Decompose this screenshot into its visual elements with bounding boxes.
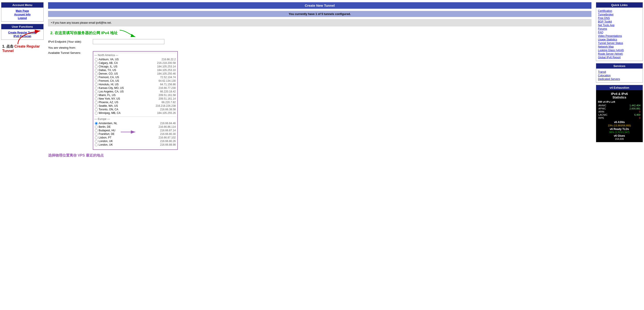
quick-links-body: CertificationTunnelbrokerFree DNSBGP Too… (596, 7, 643, 61)
server-row: Calgary, AB, CA216.218.200.58 (94, 61, 176, 65)
server-location: Budapest, HU (98, 129, 116, 132)
main-page-link[interactable]: Main Page (3, 9, 42, 12)
service-link[interactable]: Dedicated Servers (598, 77, 641, 81)
server-ip: 209.51.161.58 (158, 94, 176, 97)
server-location: Los Angeles, CA, US (98, 90, 124, 93)
server-ip: 216.66.80.30 (160, 132, 176, 136)
account-menu-header: Account Menu (1, 2, 44, 7)
server-radio[interactable] (95, 125, 98, 128)
server-radio[interactable] (95, 65, 98, 68)
quick-link[interactable]: FAQ (598, 31, 641, 34)
server-radio[interactable] (95, 101, 98, 104)
quick-link[interactable]: Route Server (telnet) (598, 52, 641, 55)
server-row: Honolulu, HI, US64.71.156.86 (94, 83, 176, 86)
v6glues-val: 154,606 (598, 138, 641, 140)
logout-link[interactable]: Logout (3, 16, 42, 20)
quick-link[interactable]: Network Map (598, 45, 641, 48)
service-link[interactable]: Transit (598, 70, 641, 73)
server-location: Denver, CO, US (98, 72, 118, 75)
v6ready-val: 98% (1,521/1,547) (598, 131, 641, 134)
server-radio[interactable] (95, 83, 98, 86)
server-row-left: Phoenix, AZ, US (95, 101, 118, 104)
server-row: Denver, CO, US184.105.250.46 (94, 72, 176, 75)
server-radio[interactable] (95, 72, 98, 75)
server-ip: 184.105.250.46 (157, 72, 176, 75)
quick-link[interactable]: Global IPv6 Report (598, 56, 641, 59)
server-location: New York, NY, US (98, 97, 120, 100)
quick-link[interactable]: Net Tools App (598, 24, 641, 27)
server-radio[interactable] (95, 112, 98, 115)
purple-arrow-svg (120, 128, 138, 136)
services-body: TransitColocationDedicated Servers (596, 68, 643, 82)
quick-link[interactable]: Free DNS (598, 16, 641, 20)
server-location: Berlin, DE (98, 125, 111, 128)
server-radio[interactable] (95, 133, 98, 136)
server-location: Chicago, IL, US (98, 65, 118, 68)
server-location: Ashburn, VA, US (98, 58, 119, 61)
region-title: — North America — (94, 53, 176, 57)
rir-value: 1,442,404 (618, 104, 641, 107)
server-radio[interactable] (95, 69, 98, 72)
quick-link[interactable]: Tunnel Server Status (598, 41, 641, 45)
page-title: Create New Tunnel (48, 2, 592, 9)
annotation-vps: 选择物理位置离你 VPS 最近的地点 (48, 153, 592, 158)
server-row-left: Chicago, IL, US (95, 65, 118, 68)
server-row: Seattle, WA, US216.218.226.238 (94, 104, 176, 108)
server-radio[interactable] (95, 140, 98, 143)
server-radio[interactable] (95, 122, 98, 125)
server-radio[interactable] (95, 94, 98, 97)
ipv4-input[interactable] (93, 39, 164, 44)
quick-link[interactable]: Usage Statistics (598, 38, 641, 41)
server-row-left: Lisbon, PT (95, 136, 111, 139)
annotation-vps-text: 选择物理位置离你 VPS 最近的地点 (48, 153, 104, 157)
server-radio[interactable] (95, 62, 98, 64)
server-ip: 184.105.253.14 (157, 65, 176, 68)
server-ip: 66.220.7.82 (162, 101, 176, 104)
left-sidebar: Account Menu Main Page Account Info Logo… (0, 0, 45, 55)
server-radio[interactable] (95, 143, 98, 146)
server-radio[interactable] (95, 129, 98, 132)
server-radio[interactable] (95, 104, 98, 107)
v4-stats-inner: IPv4 & IPv6Statistics RIR v4 IPs Left Af… (596, 90, 643, 142)
server-row-left: Fremont, CA, US (95, 79, 119, 82)
account-info-link[interactable]: Account Info (3, 13, 42, 16)
server-radio[interactable] (95, 108, 98, 111)
server-radio[interactable] (95, 79, 98, 82)
service-link[interactable]: Colocation (598, 74, 641, 77)
v6glues-header: v6 Glues (598, 134, 641, 137)
server-radio[interactable] (95, 90, 98, 93)
annotation-1-zh: 点击 (6, 44, 14, 48)
green-arrow-svg (118, 29, 136, 38)
server-ip: 216.66.77.230 (158, 86, 176, 90)
server-radio[interactable] (95, 76, 98, 79)
server-location: Frankfurt, DE (98, 132, 114, 136)
server-location: Toronto, ON, CA (98, 108, 118, 111)
server-radio[interactable] (95, 58, 98, 61)
quick-link[interactable]: Forums (598, 27, 641, 30)
server-location: Kansas City, MO, US (98, 86, 124, 90)
server-row-left: Frankfurt, DE (95, 132, 114, 136)
v4-table: AfriNIC1,442,404APNIC2,600,881ARIN0LACNI… (598, 104, 641, 119)
quick-link[interactable]: Tunnelbroker (598, 13, 641, 16)
server-row-left: Budapest, HU (95, 129, 116, 132)
viewing-label: You are viewing from: (48, 46, 93, 49)
quick-link[interactable]: Certification (598, 9, 641, 12)
server-row-left: Kansas City, MO, US (95, 86, 124, 90)
server-row-left: Dallas, TX, US (95, 68, 116, 72)
red-arrow-svg (16, 30, 42, 45)
user-functions-header: User Functions (1, 24, 44, 29)
email-notice: • If you have any issues please email ip… (48, 19, 592, 26)
email-notice-text: If you have any issues please email ipv6… (53, 21, 112, 24)
server-radio[interactable] (95, 97, 98, 100)
tunnel-info-bar: You currently have 1 of 5 tunnels config… (48, 11, 592, 17)
server-radio[interactable] (95, 87, 98, 90)
quick-link[interactable]: Video Presentations (598, 34, 641, 37)
v6ready-header: v6 Ready TLDs (598, 128, 641, 131)
v6asns-val: 23% (13,993/58,955) (598, 124, 641, 127)
region-group: — North America —Ashburn, VA, US216.66.2… (94, 53, 176, 115)
server-row: New York, NY, US209.51.161.14 (94, 97, 176, 100)
server-radio[interactable] (95, 136, 98, 139)
quick-link[interactable]: Looking Glass (v4/v6) (598, 49, 641, 52)
quick-link[interactable]: BGP Toolkit (598, 20, 641, 23)
v4-table-row: ARIN0 (598, 110, 641, 113)
